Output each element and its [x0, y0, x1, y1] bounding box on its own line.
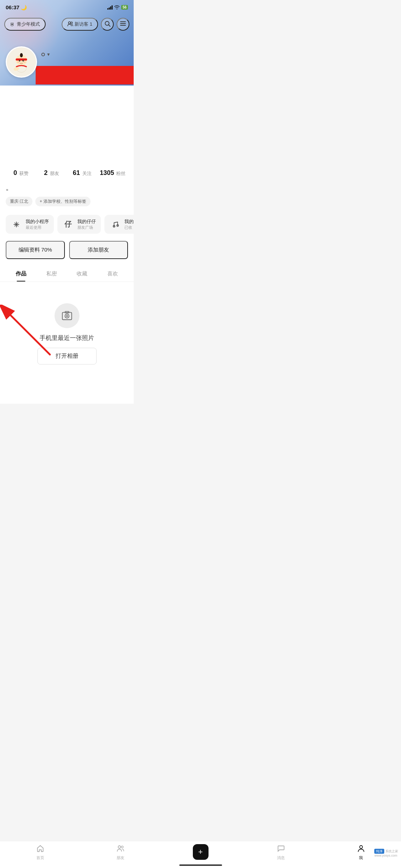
main-card: 0 获赞 2 朋友 61 关注 1305 粉丝 。 重庆·江北	[0, 162, 134, 404]
visitor-label: 新访客 1	[74, 21, 92, 27]
programs-icon	[11, 219, 22, 230]
stat-fans[interactable]: 1305 粉丝	[97, 169, 128, 177]
open-album-button[interactable]: 打开相册	[37, 348, 97, 365]
location-tag[interactable]: 重庆·江北	[6, 197, 32, 206]
programs-info: 我的小程序 最近使用	[26, 218, 49, 230]
search-icon	[104, 21, 110, 28]
bio-section: 。	[0, 182, 134, 197]
svg-point-17	[17, 61, 19, 63]
wifi-icon	[114, 5, 120, 10]
svg-point-18	[24, 61, 26, 63]
photo-icon	[61, 310, 73, 321]
zaizai-info: 我的仔仔 朋友广场	[77, 218, 96, 230]
edit-profile-button[interactable]: 编辑资料 70%	[6, 241, 65, 259]
open-album-label: 打开相册	[56, 353, 78, 359]
visitor-icon	[67, 21, 73, 27]
svg-point-1	[71, 22, 73, 24]
bio-text: 。	[6, 184, 13, 191]
friends-label: 朋友	[50, 171, 59, 176]
add-tag-button[interactable]: + 添加学校、性别等标签	[35, 197, 90, 206]
programs-name: 我的小程序	[26, 218, 49, 225]
add-friend-label: 添加朋友	[88, 247, 109, 253]
tab-favorites-label: 收藏	[77, 270, 87, 277]
empty-state: 手机里最近一张照片 打开相册	[0, 282, 134, 375]
tab-private[interactable]: 私密	[36, 266, 67, 281]
programs-sub: 最近使用	[26, 225, 49, 230]
stat-following[interactable]: 61 关注	[67, 169, 98, 177]
likes-num: 0	[14, 169, 17, 176]
empty-icon-circle	[55, 303, 79, 328]
edit-profile-label: 编辑资料 70%	[19, 247, 52, 253]
youth-mode-label: 青少年模式	[17, 21, 40, 27]
mini-app-music[interactable]: 我的 已收	[104, 215, 134, 234]
empty-text: 手机里最近一张照片	[40, 334, 94, 342]
signal-icon	[107, 5, 113, 10]
status-icons: 56	[107, 5, 128, 10]
add-friend-button[interactable]: 添加朋友	[69, 241, 128, 259]
stat-friends[interactable]: 2 朋友	[36, 169, 67, 177]
following-num: 61	[73, 169, 80, 176]
search-button[interactable]	[101, 18, 114, 31]
svg-point-14	[20, 60, 20, 61]
battery-icon: 56	[121, 5, 128, 10]
stats-row: 0 获赞 2 朋友 61 关注 1305 粉丝	[0, 162, 134, 182]
zaizai-name: 我的仔仔	[77, 218, 96, 225]
music-icon	[109, 219, 121, 230]
fans-label: 粉丝	[116, 171, 125, 176]
profile-section: ▼	[0, 46, 134, 78]
action-buttons: 编辑资料 70% 添加朋友	[0, 239, 134, 266]
mini-apps-row: 我的小程序 最近使用 仔 我的仔仔 朋友广场	[0, 212, 134, 239]
svg-point-15	[23, 60, 24, 61]
tab-likes[interactable]: 喜欢	[97, 266, 128, 281]
level-arrow-icon: ▼	[46, 52, 51, 57]
stat-likes[interactable]: 0 获赞	[6, 169, 36, 177]
svg-point-12	[19, 60, 20, 62]
youth-mode-icon: ⛨	[10, 22, 15, 27]
svg-point-16	[21, 62, 22, 62]
moon-icon: 🌙	[21, 5, 27, 10]
tab-works[interactable]: 作品	[6, 266, 36, 281]
svg-rect-11	[16, 58, 27, 61]
avatar[interactable]	[6, 46, 37, 78]
friends-num: 2	[44, 169, 47, 176]
tab-favorites[interactable]: 收藏	[67, 266, 98, 281]
mini-app-zaizai[interactable]: 仔 我的仔仔 朋友广场	[57, 215, 101, 234]
tab-works-label: 作品	[16, 270, 26, 277]
level-indicator: ▼	[41, 52, 51, 57]
location-tag-text: 重庆·江北	[10, 199, 28, 204]
level-dot	[41, 53, 45, 56]
tab-private-label: 私密	[46, 270, 57, 277]
add-tag-text: + 添加学校、性别等标签	[40, 198, 86, 205]
music-info: 我的 已收	[124, 218, 134, 230]
menu-icon	[120, 21, 126, 27]
status-bar: 06:37 🌙 56	[0, 0, 134, 12]
mini-app-programs[interactable]: 我的小程序 最近使用	[6, 215, 54, 234]
music-sub: 已收	[124, 225, 134, 230]
tabs-row: 作品 私密 收藏 喜欢	[0, 266, 134, 282]
visitor-button[interactable]: 新访客 1	[62, 18, 98, 31]
tags-row: 重庆·江北 + 添加学校、性别等标签	[0, 197, 134, 212]
likes-label: 获赞	[19, 171, 29, 176]
svg-line-3	[108, 25, 110, 26]
avatar-image	[7, 47, 36, 77]
svg-point-13	[22, 60, 24, 62]
svg-point-10	[20, 53, 23, 57]
tab-likes-label: 喜欢	[107, 270, 118, 277]
music-name: 我的	[124, 218, 134, 225]
svg-point-28	[66, 315, 68, 317]
youth-mode-button[interactable]: ⛨ 青少年模式	[4, 18, 46, 31]
zaizai-icon: 仔	[62, 219, 74, 230]
top-nav-right: 新访客 1	[62, 18, 129, 31]
following-label: 关注	[82, 171, 92, 176]
status-time: 06:37	[6, 4, 19, 10]
fans-num: 1305	[100, 169, 114, 176]
menu-button[interactable]	[117, 18, 129, 31]
zaizai-sub: 朋友广场	[77, 225, 96, 230]
svg-point-0	[68, 22, 71, 24]
